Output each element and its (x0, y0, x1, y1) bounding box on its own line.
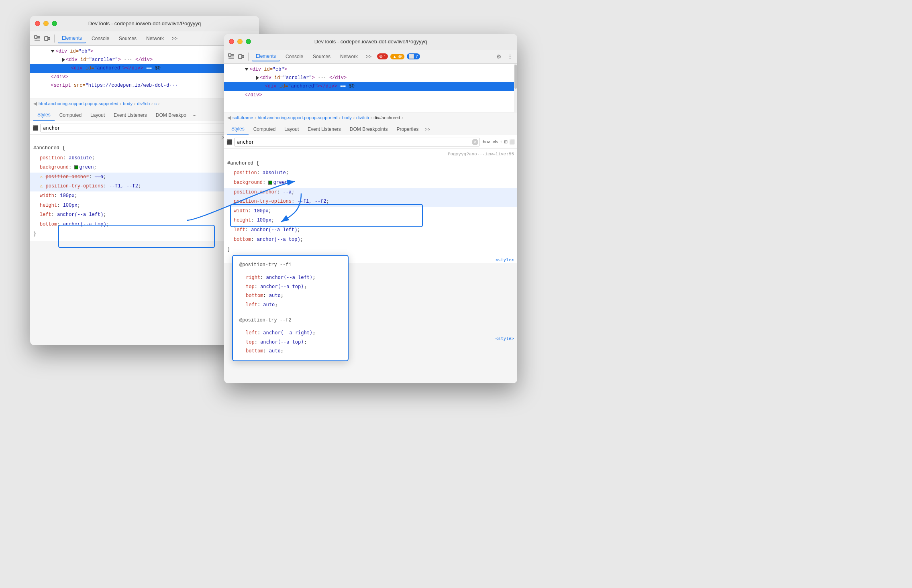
more-tabs-2[interactable]: >> (363, 53, 374, 60)
svg-rect-5 (45, 37, 48, 41)
more-tabs-1[interactable]: >> (169, 35, 180, 42)
inspector-icon-2[interactable] (227, 53, 235, 61)
warn-icon-anchor-1: ⚠ (40, 174, 43, 180)
search-extra-2: :hov .cls + ⊞ ⬜ (482, 139, 515, 144)
breadcrumb-body-2[interactable]: body (342, 115, 352, 120)
search-input-wrap-2: ✕ (234, 138, 480, 146)
minimize-button-2[interactable] (237, 39, 243, 44)
css-prop-position-anchor-2: position-anchor: --a; (224, 188, 517, 197)
popup-prop: bottom: auto; (246, 291, 341, 300)
minimize-button-1[interactable] (43, 21, 49, 26)
info-icon: ⬜ (409, 54, 414, 59)
breadcrumb-html-2[interactable]: html.anchoring-support.popup-supported (258, 115, 338, 120)
popup-prop: left: auto; (246, 300, 341, 309)
dom-line-2d: </div> (224, 91, 517, 100)
window-title-2: DevTools - codepen.io/web-dot-dev/live/P… (314, 39, 427, 45)
settings-icon-2[interactable]: ⚙ (495, 53, 503, 61)
plus-icon-2[interactable]: + (500, 139, 502, 144)
css-prop-position-try-2: position-try-options: --f1, --f2; (224, 197, 517, 207)
svg-rect-6 (48, 37, 50, 40)
style-source-1[interactable]: <style> (496, 257, 514, 262)
search-bar-2: ⬛ ✕ :hov .cls + ⊞ ⬜ (224, 135, 517, 149)
source-link-2[interactable]: Pogyyyq?ano···iew=live:55 (448, 151, 514, 159)
maximize-button-2[interactable] (246, 39, 251, 44)
dom-line-2b: <div id="scroller"> ··· </div> (224, 74, 517, 82)
tab-layout-1[interactable]: Layout (86, 109, 109, 121)
device-icon-2[interactable] (237, 53, 245, 61)
tab-event-listeners-2[interactable]: Event Listeners (304, 123, 345, 135)
tab-network-2[interactable]: Network (336, 52, 362, 61)
search-input-1[interactable]: anchor (40, 124, 239, 132)
tab-elements-2[interactable]: Elements (252, 52, 280, 61)
cls-toggle-2[interactable]: .cls (492, 139, 498, 144)
warn-badge: ▲ 46 (390, 54, 404, 59)
dom-panel-2: <div id="cb"> <div id="scroller"> ··· </… (224, 64, 517, 112)
scroll-thumb-2[interactable] (514, 65, 517, 89)
close-button-1[interactable] (35, 21, 40, 26)
popup-prop: top: anchor(--a top); (246, 282, 341, 291)
breadcrumb-divcb[interactable]: div#cb (137, 101, 150, 106)
breadcrumb-c[interactable]: c (154, 101, 157, 106)
filter-icon-2: ⬛ (226, 139, 233, 145)
css-prop-height-2: height: 100px; (224, 216, 517, 226)
tabs-more-1[interactable]: ··· (191, 113, 198, 118)
tab-layout-2[interactable]: Layout (280, 123, 303, 135)
search-input-wrap-1: anchor ✕ (40, 124, 239, 132)
tab-console-2[interactable]: Console (282, 52, 307, 61)
copy-icon-2[interactable]: ⊞ (504, 139, 508, 144)
breadcrumb-divanchored-2[interactable]: div#anchored (373, 115, 400, 120)
toolbar-badges-2: ⊗ 1 ▲ 46 ⬜ 7 (377, 53, 420, 59)
devtools-toolbar-2: Elements Console Sources Network >> ⊗ 1 … (224, 49, 517, 64)
tab-sources-1[interactable]: Sources (115, 34, 141, 43)
inspector-icon[interactable] (33, 35, 41, 43)
tab-styles-2[interactable]: Styles (227, 123, 249, 135)
tab-elements-1[interactable]: Elements (58, 34, 86, 43)
breadcrumb-nav-arrow-2[interactable]: ◀ (227, 115, 231, 120)
svg-rect-13 (242, 55, 244, 58)
titlebar-2: DevTools - codepen.io/web-dot-dev/live/P… (224, 34, 517, 49)
search-clear-2[interactable]: ✕ (472, 139, 478, 145)
css-close-brace-2: } (224, 244, 517, 255)
tabs-row-2: Styles Computed Layout Event Listeners D… (224, 123, 517, 135)
breadcrumb-html[interactable]: html.anchoring-support.popup-supported (39, 101, 118, 106)
popup-props-1: right: anchor(--a left); top: anchor(--a… (239, 273, 341, 309)
tab-dom-breakpoints-2[interactable]: DOM Breakpoints (346, 123, 392, 135)
tab-sources-2[interactable]: Sources (309, 52, 335, 61)
tab-event-listeners-1[interactable]: Event Listeners (110, 109, 151, 121)
tab-computed-1[interactable]: Computed (55, 109, 86, 121)
css-popup: @position-try --f1 right: anchor(--a lef… (232, 255, 349, 361)
maximize-button-1[interactable] (52, 21, 57, 26)
search-input-2[interactable] (234, 138, 480, 146)
breadcrumb-2: ◀ sult-iframe › html.anchoring-support.p… (224, 112, 517, 123)
hov-toggle-2[interactable]: :hov (482, 139, 490, 144)
style-source-2[interactable]: <style> (496, 336, 514, 341)
svg-rect-7 (229, 54, 231, 56)
close-button-2[interactable] (229, 39, 234, 44)
css-prop-background-2: background: green; (224, 178, 517, 188)
svg-rect-0 (35, 36, 37, 38)
tab-properties-2[interactable]: Properties (393, 123, 423, 135)
at-rule-1: @position-try --f1 (239, 260, 341, 270)
more-icon-2[interactable]: ⋮ (506, 53, 514, 61)
css-prop-width-2: width: 100px; (224, 207, 517, 216)
tab-dom-breakpoints-1[interactable]: DOM Breakpo (152, 109, 190, 121)
breadcrumb-iframe-2[interactable]: sult-iframe (233, 115, 253, 120)
tab-styles-1[interactable]: Styles (33, 109, 55, 121)
titlebar-1: DevTools - codepen.io/web-dot-dev/live/P… (30, 16, 259, 31)
toolbar-sep-1 (54, 35, 55, 43)
info-badge: ⬜ 7 (407, 53, 420, 59)
css-prop-bottom-2: bottom: anchor(--a top); (224, 235, 517, 245)
device-icon[interactable] (43, 35, 51, 43)
breadcrumb-nav-arrow[interactable]: ◀ (33, 101, 37, 106)
expand-icon-2[interactable]: ⬜ (509, 139, 515, 144)
tab-computed-2[interactable]: Computed (249, 123, 280, 135)
tab-console-1[interactable]: Console (88, 34, 113, 43)
tab-network-1[interactable]: Network (142, 34, 168, 43)
traffic-lights-2 (229, 39, 251, 44)
warn-icon: ▲ (392, 54, 397, 59)
warn-icon-try-1: ⚠ (40, 183, 43, 189)
dom-line-2c-selected: <div id="anchored"></div> == $0 (224, 82, 517, 91)
breadcrumb-body[interactable]: body (123, 101, 133, 106)
tabs-more-2[interactable]: >> (423, 127, 432, 132)
breadcrumb-divcb-2[interactable]: div#cb (356, 115, 369, 120)
